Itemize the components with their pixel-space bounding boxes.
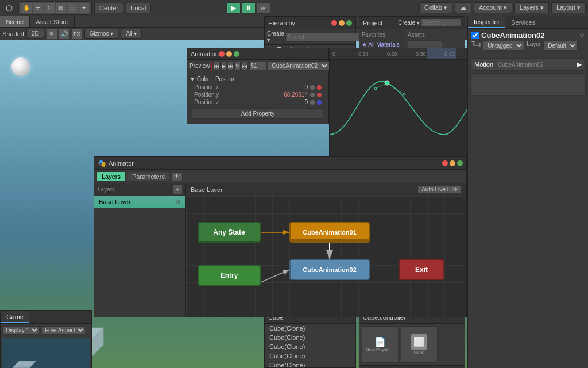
list-cube-clone-3[interactable]: Cube(Clone): [265, 342, 355, 351]
tab-services[interactable]: Services: [505, 16, 541, 28]
animator-close[interactable]: [442, 160, 448, 166]
state-anim01[interactable]: CubeAnimation01: [289, 222, 370, 243]
inspector-active-toggle[interactable]: [471, 32, 479, 39]
anim-play[interactable]: ▶: [221, 62, 226, 71]
shading-label: Shaded: [2, 30, 24, 37]
aspect-select[interactable]: Free Aspect: [42, 326, 86, 335]
animator-min[interactable]: [450, 160, 455, 166]
hand-tool[interactable]: ✋: [21, 3, 32, 13]
timeline-content[interactable]: [330, 60, 467, 171]
anim-loop[interactable]: ↻: [235, 62, 241, 71]
display-select[interactable]: Display 1: [3, 326, 40, 335]
selection-range: [427, 48, 456, 59]
cube-position-label: ▼ Cube : Position: [189, 76, 236, 82]
hierarchy-close[interactable]: [331, 20, 337, 26]
center-button[interactable]: Center: [94, 3, 123, 13]
anim-next-frame[interactable]: ⏭: [227, 62, 234, 71]
layers-button[interactable]: Layers ▾: [514, 2, 549, 13]
animator-title: Animator: [109, 160, 134, 167]
tab-asset-store[interactable]: Asset Store: [30, 16, 75, 27]
inspector-content: Motion CubeAnimation02 ▶: [468, 53, 588, 368]
anim-last[interactable]: ⏭: [242, 62, 248, 71]
state-entry[interactable]: Entry: [198, 265, 261, 286]
record-button[interactable]: [211, 62, 212, 71]
animator-graph-grid[interactable]: Any State Entry CubeAnimation01 CubeAnim…: [186, 196, 466, 317]
animator-layers-panel: Layers + Base Layer ⚙: [94, 183, 186, 317]
account-button[interactable]: Account ▾: [474, 2, 512, 13]
project-header: Project Create ▾: [359, 17, 465, 29]
list-cube-clone-2[interactable]: Cube(Clone): [265, 333, 355, 342]
list-cube-clone-1[interactable]: Cube(Clone): [265, 324, 355, 333]
anim-close[interactable]: [219, 51, 225, 57]
local-button[interactable]: Local: [126, 3, 151, 13]
new-physic-label: New Physic ...: [366, 347, 395, 352]
rect-tool[interactable]: ▭: [67, 3, 78, 13]
add-layer-btn[interactable]: +: [173, 185, 182, 194]
cube-position-group: ▼ Cube : Position Position.x 0 Position.…: [189, 75, 326, 106]
move-tool[interactable]: ✛: [33, 3, 43, 13]
animation-toolbar: Preview ⏮ ▶ ⏭ ↻ ⏭ 51 CubeAnimation02 Sam…: [187, 60, 328, 72]
tab-scene[interactable]: Scene: [0, 16, 30, 27]
list-cube-clone-5[interactable]: Cube(Clone): [265, 361, 355, 368]
animator-layers-tab[interactable]: Layers: [96, 171, 126, 182]
layer-select[interactable]: Default: [543, 41, 578, 51]
hierarchy-create-btn[interactable]: Create ▾: [267, 30, 284, 43]
combo-tool[interactable]: ✦: [79, 3, 89, 13]
2d-button[interactable]: 2D: [26, 29, 44, 39]
anim-prev-frame[interactable]: ⏮: [214, 62, 220, 71]
animator-eye-btn[interactable]: 👁: [171, 172, 183, 181]
all-button[interactable]: All ▾: [121, 29, 142, 39]
tag-select[interactable]: Untagged: [483, 41, 524, 51]
pause-button[interactable]: ⏸: [242, 2, 256, 14]
animator-graph[interactable]: Base Layer Auto Live Link: [186, 183, 466, 317]
auto-live-link-btn[interactable]: Auto Live Link: [417, 185, 462, 194]
step-button[interactable]: ⏭: [257, 2, 270, 14]
game-view-panel: Game Display 1 Free Aspect: [0, 310, 92, 368]
transform-tools[interactable]: ✋ ✛ ↻ ⊞ ▭ ✦: [18, 1, 92, 15]
gizmos-button[interactable]: Gizmos ▾: [84, 29, 119, 39]
cloud-button[interactable]: ☁: [455, 2, 471, 13]
hierarchy-search[interactable]: [285, 33, 363, 41]
project-create-btn[interactable]: Create ▾: [398, 20, 420, 26]
state-any-state[interactable]: Any State: [198, 222, 261, 243]
anim-max[interactable]: [234, 51, 239, 57]
hierarchy-min[interactable]: [339, 20, 345, 26]
rotate-tool[interactable]: ↻: [44, 3, 55, 13]
animator-params-tab[interactable]: Parameters: [127, 171, 170, 182]
animator-layer-header: Layers +: [94, 183, 185, 196]
motion-component[interactable]: Motion CubeAnimation02 ▶: [470, 58, 586, 71]
base-layer-item[interactable]: Base Layer ⚙: [94, 196, 185, 208]
anim-clip-select[interactable]: CubeAnimation02: [268, 61, 330, 71]
animation-title: Animation: [191, 51, 219, 57]
hierarchy-max[interactable]: [346, 20, 352, 26]
timeline-area: 0 0:10 0:20 0:30 0:40 0:50 1:00 1:10 1:2…: [329, 48, 467, 171]
audio-icon[interactable]: 🔊: [59, 29, 69, 39]
timeline-ruler[interactable]: 0 0:10 0:20 0:30 0:40 0:50 1:00 1:10 1:2…: [330, 48, 467, 60]
cube-position-header[interactable]: ▼ Cube : Position: [189, 75, 326, 83]
svg-line-13: [376, 83, 387, 89]
position-z-label: Position.z: [194, 99, 279, 105]
scale-tool[interactable]: ⊞: [56, 3, 66, 13]
anim-frame-input[interactable]: 51: [249, 62, 266, 70]
anim-min[interactable]: [226, 51, 232, 57]
collab-button[interactable]: Collab ▾: [419, 2, 452, 13]
fx-icon[interactable]: FX: [72, 29, 82, 39]
state-anim02[interactable]: CubeAnimation02: [289, 259, 370, 280]
new-physic-thumb[interactable]: 📄 New Physic ...: [362, 326, 399, 363]
position-x-row: Position.x 0: [189, 83, 326, 91]
play-button[interactable]: ▶: [227, 2, 241, 14]
animator-max[interactable]: [457, 160, 463, 166]
animator-toolbar: Layers Parameters 👁: [94, 170, 466, 183]
svg-line-21: [261, 270, 289, 282]
lighting-icon[interactable]: ☀: [47, 29, 57, 39]
tab-inspector[interactable]: Inspector: [468, 16, 505, 28]
base-layer-label: Base Layer: [99, 198, 131, 205]
layout-button[interactable]: Layout ▾: [551, 2, 586, 13]
tab-game[interactable]: Game: [1, 311, 29, 323]
cube-thumb[interactable]: ⬜ Cube: [401, 326, 438, 363]
list-cube-clone-4[interactable]: Cube(Clone): [265, 351, 355, 361]
project-search[interactable]: [421, 18, 461, 27]
state-exit[interactable]: Exit: [399, 259, 444, 280]
bottom-project: Cube.controller 📄 New Physic ... ⬜ Cube …: [359, 310, 465, 368]
add-property-button[interactable]: Add Property: [192, 108, 324, 119]
